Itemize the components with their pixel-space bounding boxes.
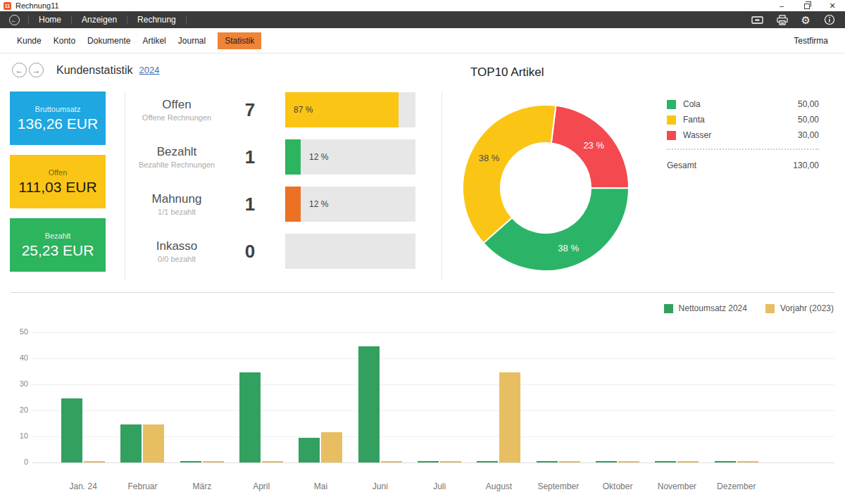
- tab-statistik[interactable]: Statistik: [218, 32, 261, 49]
- bar-nettoumsatz-2024: [239, 372, 261, 462]
- year-link[interactable]: 2024: [139, 65, 160, 75]
- x-axis-label: April: [232, 481, 291, 491]
- bar-nettoumsatz-2024: [537, 461, 558, 462]
- minimize-button[interactable]: –: [769, 0, 794, 11]
- legend-item-cola: Cola 50,00: [667, 99, 819, 109]
- legend-value: 30,00: [798, 130, 819, 140]
- legend-item-nettoumsatz-2024: Nettoumsatz 2024: [664, 303, 747, 313]
- legend-swatch: [667, 115, 676, 125]
- bar-vorjahr-2023-: [203, 461, 224, 462]
- restore-icon: [804, 4, 810, 9]
- window-controls: – ✕: [769, 0, 845, 11]
- stat-progress-bar: [285, 234, 415, 269]
- legend-total-row: Gesamt 130,00: [667, 160, 819, 170]
- bar-vorjahr-2023-: [499, 372, 520, 462]
- right-arrow-icon: →: [32, 65, 41, 75]
- stat-count: 0: [223, 241, 277, 263]
- bar-vorjahr-2023-: [440, 461, 461, 462]
- x-axis-label: August: [469, 481, 528, 491]
- tab-dokumente[interactable]: Dokumente: [87, 36, 130, 46]
- stat-percent-label: 87 %: [294, 105, 313, 115]
- bar-vorjahr-2023-: [143, 424, 164, 462]
- bar-nettoumsatz-2024: [715, 461, 736, 462]
- stat-row-offen: Offen Offene Rechnungen 7 87 %: [130, 92, 415, 127]
- top10-donut-chart: 23 %38 %38 %: [461, 103, 630, 272]
- bar-nettoumsatz-2024: [477, 461, 498, 462]
- bar-group-m-rz: [173, 332, 232, 462]
- next-period-button[interactable]: →: [29, 63, 44, 77]
- tab-artikel[interactable]: Artikel: [142, 36, 165, 46]
- card-value: 136,26 EUR: [18, 115, 98, 132]
- x-axis-label: Februar: [113, 481, 172, 491]
- left-arrow-icon: ←: [15, 65, 24, 75]
- close-icon: ✕: [829, 1, 835, 11]
- stat-progress-fill: [285, 187, 301, 222]
- printer-icon[interactable]: [777, 15, 788, 25]
- vertical-divider: [125, 92, 125, 280]
- legend-item-fanta: Fanta 50,00: [667, 115, 819, 125]
- stat-count: 1: [223, 146, 277, 168]
- card-label: Bezahlt: [45, 232, 71, 240]
- app-icon: 11: [4, 2, 11, 10]
- stat-count: 7: [223, 99, 277, 121]
- tab-konto[interactable]: Konto: [54, 36, 75, 46]
- legend-item-vorjahr-2023-: Vorjahr (2023): [765, 303, 834, 313]
- donut-slice-cola: [484, 188, 629, 271]
- bar-group-mai: [291, 332, 350, 462]
- stat-row-mahnung: Mahnung 1/1 bezahlt 1 12 %: [130, 187, 415, 222]
- company-name: Testfirma: [794, 36, 828, 46]
- stat-progress-fill: [285, 139, 301, 175]
- bar-vorjahr-2023-: [559, 461, 580, 462]
- tab-kunde[interactable]: Kunde: [17, 36, 42, 46]
- bar-group-juni: [351, 332, 410, 462]
- maximize-button[interactable]: [794, 0, 820, 11]
- legend-value: 50,00: [798, 99, 819, 109]
- tab-journal[interactable]: Journal: [178, 36, 206, 46]
- tabbar: Kunde Konto Dokumente Artikel Journal St…: [0, 28, 845, 53]
- y-axis-tick: 40: [8, 353, 28, 362]
- stat-progress-bar: 12 %: [285, 139, 415, 175]
- monthly-bar-chart: 01020304050 Jan. 24FebruarMärzAprilMaiJu…: [0, 320, 845, 504]
- menu-item-anzeigen[interactable]: Anzeigen: [72, 11, 127, 28]
- chart-month-labels: Jan. 24FebruarMärzAprilMaiJuniJuliAugust…: [54, 481, 766, 491]
- menu-item-rechnung[interactable]: Rechnung: [127, 11, 186, 28]
- cash-drawer-icon[interactable]: [751, 15, 763, 25]
- legend-label: Cola: [683, 99, 701, 109]
- stat-label: Offen: [130, 98, 223, 112]
- settings-gear-icon[interactable]: ⚙: [801, 15, 810, 25]
- vertical-divider: [442, 92, 442, 280]
- x-axis-label: September: [529, 481, 588, 491]
- y-axis-tick: 50: [8, 327, 28, 336]
- bar-group-september: [529, 332, 588, 462]
- y-axis-tick: 20: [8, 405, 28, 414]
- stat-label: Inkasso: [130, 239, 223, 253]
- bar-group-februar: [113, 332, 172, 462]
- x-axis-label: Jan. 24: [54, 481, 113, 491]
- stat-progress-bar: 87 %: [285, 92, 415, 127]
- page-title: Kundenstatistik: [56, 64, 133, 77]
- minimize-icon: –: [780, 1, 784, 10]
- card-value: 111,03 EUR: [18, 179, 96, 196]
- stat-count: 1: [223, 194, 277, 215]
- bar-group-november: [647, 332, 706, 462]
- bar-group-juli: [410, 332, 469, 462]
- x-axis-label: Oktober: [588, 481, 647, 491]
- menu-back-button[interactable]: ←: [0, 15, 28, 25]
- close-button[interactable]: ✕: [820, 0, 845, 11]
- top10-title: TOP10 Artikel: [470, 65, 544, 80]
- info-icon[interactable]: [824, 14, 835, 25]
- x-axis-label: Juli: [410, 481, 469, 491]
- stat-label: Mahnung: [130, 192, 223, 206]
- stat-text: Inkasso 0/0 bezahlt: [130, 239, 223, 263]
- stat-text: Offen Offene Rechnungen: [130, 98, 223, 122]
- prev-period-button[interactable]: ←: [12, 63, 27, 77]
- bar-chart-legend: Nettoumsatz 2024Vorjahr (2023): [664, 303, 834, 313]
- menu-item-home[interactable]: Home: [29, 11, 71, 28]
- bar-nettoumsatz-2024: [418, 461, 439, 462]
- bar-nettoumsatz-2024: [180, 461, 201, 462]
- total-label: Gesamt: [667, 160, 696, 170]
- donut-percent-label: 38 %: [479, 153, 500, 163]
- y-axis-tick: 10: [8, 431, 28, 440]
- x-axis-label: Dezember: [707, 481, 766, 491]
- stat-sublabel: 0/0 bezahlt: [130, 255, 223, 263]
